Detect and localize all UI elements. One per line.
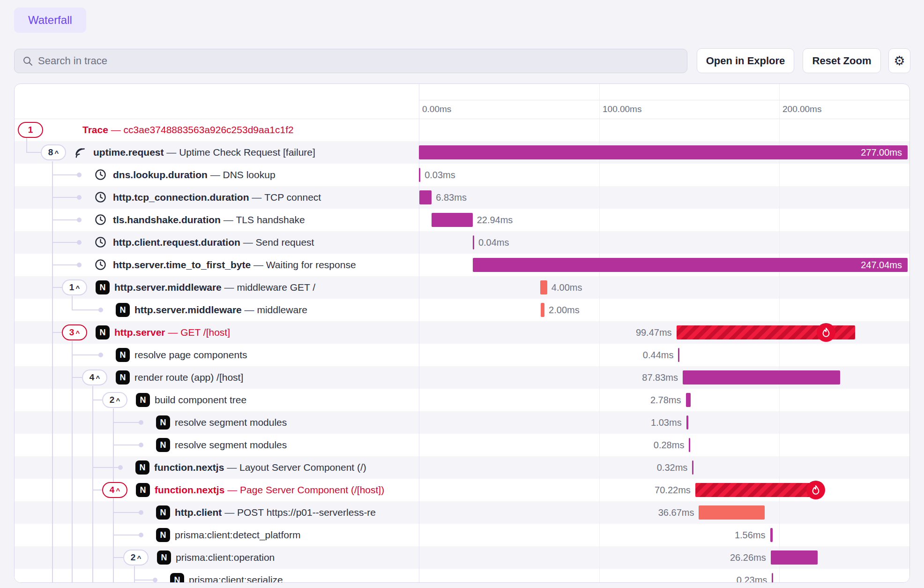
span-op-name: http.server.middleware (114, 282, 222, 293)
span-duration-bar[interactable] (541, 303, 544, 317)
span-duration-bar[interactable] (540, 280, 547, 294)
span-duration-bar[interactable] (772, 573, 773, 583)
span-children-badge[interactable]: 1^ (62, 279, 87, 295)
span-tree-item[interactable]: 4^Nrender route (app) /[host] (15, 366, 419, 389)
chevron-up-icon: ^ (75, 329, 80, 337)
slow-span-flame-icon[interactable] (817, 323, 835, 342)
span-tree-item[interactable]: Nresolve segment modules (15, 434, 419, 456)
span-tree-item[interactable]: 3^Nhttp.server — GET /[host] (15, 321, 419, 344)
span-duration-bar[interactable] (689, 438, 690, 452)
span-children-badge[interactable]: 4^ (102, 482, 127, 498)
span-tree-item[interactable]: Nresolve segment modules (15, 411, 419, 434)
span-tree-item[interactable]: Nfunction.nextjs — Layout Server Compone… (15, 456, 419, 479)
nextjs-icon: N (157, 550, 171, 565)
span-duration-label: 99.47ms (636, 321, 672, 344)
span-label: http.client — POST https://p01--serverle… (175, 501, 376, 524)
span-duration-label: 22.94ms (477, 209, 513, 231)
span-duration-label: 1.03ms (651, 411, 682, 434)
span-description: render route (app) /[host] (134, 372, 243, 383)
tab-waterfall[interactable]: Waterfall (14, 8, 86, 33)
search-input[interactable] (38, 55, 679, 67)
span-children-badge[interactable]: 2^ (102, 392, 127, 408)
span-tree-item[interactable]: Nresolve page components (15, 344, 419, 366)
search-icon (22, 55, 33, 67)
span-duration-bar[interactable] (473, 235, 474, 249)
span-tree-item[interactable]: Nprisma:client:detect_platform (15, 524, 419, 546)
span-duration-label: 4.00ms (551, 276, 582, 299)
span-tree-item[interactable]: http.client.request.duration — Send requ… (15, 231, 419, 254)
span-duration-bar[interactable] (683, 370, 840, 384)
span-tree-item[interactable]: Nhttp.client — POST https://p01--serverl… (15, 501, 419, 524)
tick-label-0ms: 0.00ms (422, 100, 451, 119)
span-label: tls.handshake.duration — TLS handshake (113, 209, 305, 231)
span-label: prisma:client:operation (176, 546, 275, 569)
chevron-up-icon: ^ (54, 149, 59, 157)
span-duration-bar[interactable] (699, 505, 764, 520)
span-label: resolve segment modules (175, 411, 287, 434)
span-tree-item[interactable]: Nprisma:client:serialize (15, 569, 419, 583)
badge-count: 2 (131, 552, 136, 563)
span-duration-label: 0.03ms (425, 164, 455, 186)
span-description: prisma:client:operation (176, 552, 275, 563)
span-children-badge[interactable]: 2^ (123, 550, 149, 565)
badge-count: 8 (48, 147, 53, 158)
span-duration-bar[interactable] (692, 460, 693, 475)
search-bar[interactable] (14, 49, 687, 73)
span-description: DNS lookup (223, 169, 276, 180)
span-duration-bar[interactable] (686, 415, 688, 430)
span-tree-item[interactable]: http.tcp_connection.duration — TCP conne… (15, 186, 419, 209)
chevron-up-icon: ^ (137, 554, 141, 562)
span-description: TCP connect (264, 192, 321, 203)
span-duration-label: 0.04ms (478, 231, 509, 254)
timeline-header-line (419, 100, 909, 100)
span-duration-bar[interactable] (771, 550, 818, 565)
span-duration-bar[interactable]: 277.00ms (419, 145, 908, 159)
span-tree-item[interactable]: 1^Nhttp.server.middleware — middleware G… (15, 276, 419, 299)
span-tree-item[interactable]: http.server.time_to_first_byte — Waiting… (15, 254, 419, 276)
chevron-up-icon: ^ (96, 374, 100, 382)
span-duration-bar[interactable] (770, 528, 773, 542)
span-description: Layout Server Component (/) (239, 462, 366, 473)
span-duration-bar[interactable] (695, 483, 821, 497)
nextjs-icon: N (156, 528, 170, 542)
nextjs-icon: N (156, 438, 170, 452)
span-description: resolve segment modules (175, 417, 287, 428)
span-tree-item[interactable]: 2^Nbuild component tree (15, 389, 419, 411)
span-description: TLS handshake (236, 214, 305, 225)
span-description: build component tree (155, 394, 246, 405)
span-duration-label: 0.32ms (657, 456, 688, 479)
span-op-name: tls.handshake.duration (113, 214, 221, 225)
reset-zoom-button[interactable]: Reset Zoom (803, 48, 881, 73)
span-tree-item[interactable]: dns.lookup.duration — DNS lookup (15, 164, 419, 186)
span-children-badge[interactable]: 8^ (41, 144, 66, 160)
settings-button[interactable]: ⚙ (888, 48, 910, 73)
span-children-badge[interactable]: 1 (18, 122, 43, 138)
span-description: prisma:client:serialize (189, 574, 283, 583)
span-duration-bar[interactable] (686, 393, 691, 407)
badge-count: 3 (69, 327, 75, 338)
span-children-badge[interactable]: 3^ (62, 324, 87, 340)
span-tree-item[interactable]: 4^Nfunction.nextjs — Page Server Compone… (15, 479, 419, 501)
span-duration-label: 87.83ms (642, 366, 678, 389)
span-op-name: dns.lookup.duration (113, 169, 208, 180)
span-duration-bar[interactable] (419, 190, 432, 204)
span-tree-item[interactable]: 8^uptime.request — Uptime Check Request … (15, 141, 419, 164)
span-children-badge[interactable]: 4^ (82, 369, 107, 385)
span-duration-label: 6.83ms (436, 186, 467, 209)
span-tree-item[interactable]: tls.handshake.duration — TLS handshake (15, 209, 419, 231)
span-tree-item[interactable]: 2^Nprisma:client:operation (15, 546, 419, 569)
span-label: render route (app) /[host] (134, 366, 243, 389)
span-duration-bar[interactable] (678, 348, 679, 362)
nextjs-icon: N (156, 505, 170, 520)
span-tree-item[interactable]: Nhttp.server.middleware — middleware (15, 299, 419, 321)
span-label: function.nextjs — Layout Server Componen… (154, 456, 366, 479)
span-op-name: function.nextjs (155, 484, 224, 495)
open-in-explore-button[interactable]: Open in Explore (697, 48, 794, 73)
span-duration-bar[interactable]: 247.04ms (473, 258, 908, 272)
slow-span-flame-icon[interactable] (806, 481, 825, 499)
span-duration-bar[interactable] (432, 213, 473, 227)
nextjs-icon: N (96, 325, 110, 339)
span-duration-bar[interactable] (419, 168, 420, 182)
nextjs-icon: N (135, 460, 149, 475)
span-tree-item[interactable]: 1Trace — cc3ae3748883563a926c253d9aa1c1f… (15, 119, 419, 141)
